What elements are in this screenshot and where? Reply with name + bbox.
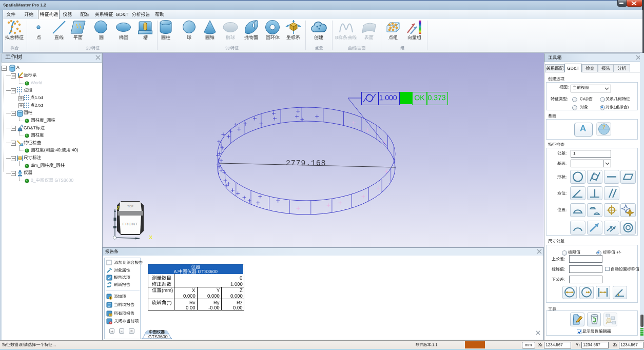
svg-text:?: ?	[602, 124, 605, 130]
